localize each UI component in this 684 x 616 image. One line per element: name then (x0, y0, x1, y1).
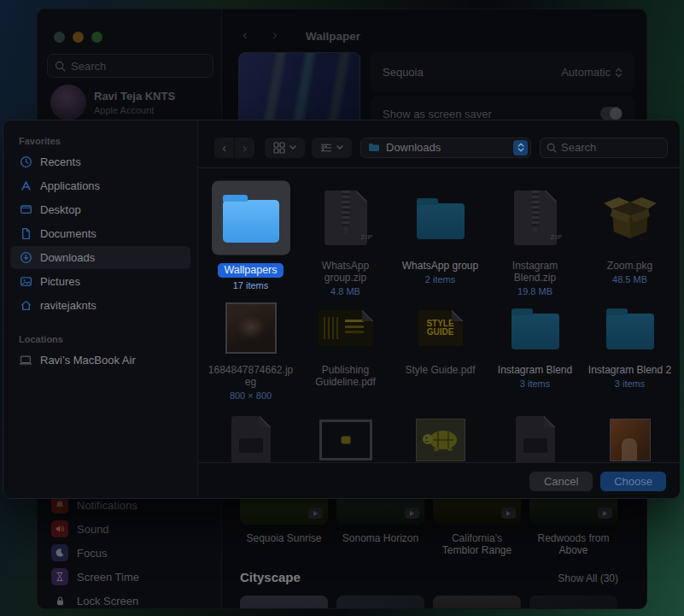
file-meta: 4.8 MB (298, 286, 393, 296)
location-dropdown[interactable]: Downloads (360, 138, 531, 158)
settings-sidebar-item-focus[interactable]: Focus (43, 541, 216, 565)
zoom-traffic-light[interactable] (91, 32, 102, 43)
file-whatsapp-group-zip[interactable]: ZIPWhatsApp group.zip4.8 MB (298, 180, 393, 296)
popup-chevrons (513, 140, 528, 155)
sidebar-item-downloads[interactable]: Downloads (10, 246, 190, 269)
framed-image-thumbnail (319, 419, 372, 461)
file-instagram-blend[interactable]: Instagram Blend3 items (488, 296, 582, 401)
file-whatsapp-group[interactable]: WhatsApp group2 items (393, 180, 488, 296)
current-wallpaper-name: Sequoia (383, 66, 424, 79)
account-subtitle: Apple Account (94, 105, 175, 115)
settings-sidebar-items: Notifications Sound Focus Screen Time Lo… (38, 493, 221, 609)
file-name: Publishing Guideline.pdf (303, 364, 389, 388)
sidebar-item-recents[interactable]: Recents (10, 150, 190, 173)
zip-file-icon: ZIP (324, 191, 367, 245)
sidebar-item-pictures[interactable]: Pictures (10, 270, 190, 293)
dialog-main: ‹ › Downloads (198, 120, 680, 498)
sidebar-item-label: Applications (40, 179, 100, 192)
file-instagram-blend-2[interactable]: Instagram Blend 23 items (582, 296, 677, 401)
location-value: Downloads (386, 141, 507, 154)
back-button[interactable]: ‹ (214, 138, 234, 158)
dialog-toolbar: ‹ › Downloads (198, 120, 680, 168)
pdf-thumbnail (319, 310, 373, 346)
settings-item-label: Focus (77, 547, 107, 560)
minimize-traffic-light[interactable] (73, 32, 84, 43)
sidebar-item-ravitejaknts[interactable]: ravitejaknts (10, 294, 190, 317)
sidebar-item-applications[interactable]: Applications (10, 174, 190, 197)
pictures-icon (19, 275, 32, 288)
cancel-button[interactable]: Cancel (529, 472, 593, 491)
file-item[interactable] (203, 414, 298, 462)
photo-thumbnail (610, 419, 651, 461)
file-name: Zoom.pkg (588, 260, 673, 272)
show-all-link[interactable]: Show All (30) (516, 572, 618, 584)
file-name: WhatsApp group.zip (303, 260, 389, 284)
sidebar-item-ravi-s-macbook-air[interactable]: Ravi’s MacBook Air (10, 349, 190, 372)
file-style-guide-pdf[interactable]: STYLE GUIDEStyle Guide.pdf (393, 296, 488, 401)
settings-page-title: Wallpaper (306, 30, 360, 43)
file-name: Instagram Blend (489, 364, 582, 376)
settings-sidebar-item-lock-screen[interactable]: Lock Screen (43, 589, 216, 609)
wallpaper-thumb[interactable] (529, 595, 617, 609)
apple-account-item[interactable]: Ravi Teja KNTS Apple Account (94, 90, 175, 115)
wallpaper-thumb-label: Sonoma Horizon (336, 532, 424, 544)
file-name: Instagram Blend.zip (493, 260, 578, 284)
dialog-search-field[interactable]: Search (540, 138, 668, 158)
lock-icon (51, 592, 68, 609)
icon-view-button[interactable] (265, 138, 305, 158)
screen-saver-toggle[interactable] (600, 107, 623, 120)
mode-dropdown[interactable]: Automatic (561, 66, 623, 79)
sidebar-item-label: Recents (40, 155, 81, 168)
group-view-button[interactable] (312, 138, 352, 158)
file-meta: 48.5 MB (582, 274, 677, 285)
play-icon (308, 507, 323, 519)
file-instagram-blend-zip[interactable]: ZIPInstagram Blend.zip19.8 MB (488, 180, 582, 296)
file-item[interactable] (582, 414, 677, 462)
file-item[interactable] (298, 414, 393, 462)
section-header: Cityscape (240, 570, 301, 584)
dialog-sidebar: Favorites Recents Applications Desktop D… (3, 120, 198, 498)
file-1684847874662-jpeg[interactable]: 1684847874662.jpeg800 × 800 (203, 296, 298, 401)
wallpaper-thumb[interactable] (433, 595, 521, 609)
sidebar-item-label: ravitejaknts (40, 299, 96, 312)
folder-icon (417, 203, 465, 239)
sidebar-item-label: Ravi’s MacBook Air (40, 354, 136, 367)
settings-sidebar-item-sound[interactable]: Sound (43, 517, 216, 541)
close-traffic-light[interactable] (54, 32, 65, 43)
toggle-knob (610, 108, 622, 120)
file-item[interactable] (488, 414, 582, 462)
current-wallpaper-preview[interactable] (238, 52, 360, 126)
chevron-up-down-icon (517, 143, 524, 152)
document-icon (516, 416, 555, 462)
wallpaper-thumb-label: California’s Temblor Range (433, 532, 521, 556)
sidebar-item-documents[interactable]: Documents (10, 222, 190, 245)
file-name: Instagram Blend 2 (584, 364, 676, 376)
folder-icon (606, 314, 654, 349)
dialog-footer: Cancel Choose (198, 462, 680, 498)
back-chevron-icon[interactable]: ‹ (243, 27, 248, 42)
file-meta: 3 items (488, 378, 582, 389)
file-name: Wallpapers (205, 260, 297, 278)
settings-search-field[interactable]: Search (47, 54, 213, 78)
sidebar-item-desktop[interactable]: Desktop (10, 198, 190, 221)
document-icon (231, 416, 271, 462)
forward-button[interactable]: › (235, 138, 254, 158)
file-name: 1684847874662.jpeg (208, 364, 294, 388)
file-publishing-guideline-pdf[interactable]: Publishing Guideline.pdf (298, 296, 393, 401)
chevron-down-icon (289, 145, 296, 150)
wallpaper-thumb[interactable] (336, 595, 424, 609)
forward-chevron-icon[interactable]: › (272, 27, 278, 42)
settings-item-label: Notifications (77, 499, 137, 512)
avatar[interactable] (50, 85, 86, 120)
file-item[interactable] (393, 414, 488, 462)
pdf-thumbnail: STYLE GUIDE (418, 310, 463, 346)
group-view-icon (320, 142, 332, 154)
file-zoom-pkg[interactable]: Zoom.pkg48.5 MB (582, 180, 677, 296)
settings-sidebar-item-screen-time[interactable]: Screen Time (43, 565, 216, 589)
file-wallpapers[interactable]: Wallpapers17 items (203, 180, 298, 296)
sidebar-item-label: Desktop (40, 203, 81, 216)
choose-button[interactable]: Choose (600, 472, 666, 491)
wallpaper-thumb[interactable] (240, 595, 328, 609)
settings-item-label: Screen Time (77, 571, 139, 584)
file-meta: 17 items (203, 280, 298, 290)
